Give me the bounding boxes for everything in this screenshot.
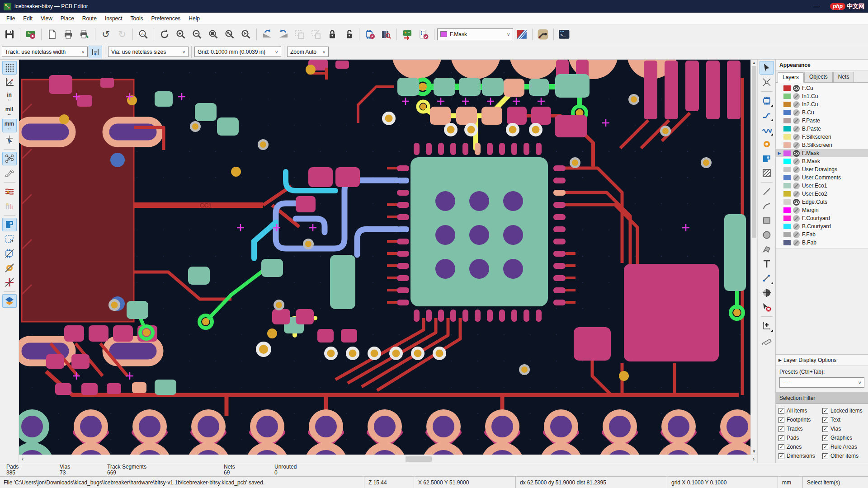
grid-select[interactable]: Grid: 0.1000 mm (0.0039 in) ˅ (194, 47, 281, 57)
layer-row-user.eco1[interactable]: User.Eco1 (776, 182, 868, 190)
checkbox-icon[interactable]: ✓ (778, 444, 784, 450)
curved-ratsnest-button[interactable] (2, 166, 17, 180)
horizontal-scrollbar-thumb[interactable] (406, 456, 432, 462)
layer-row-f.fab[interactable]: F.Fab (776, 230, 868, 239)
place-footprint-tool[interactable] (760, 94, 774, 108)
ratsnest-toggle-button[interactable] (2, 152, 17, 165)
eye-hidden-icon[interactable] (793, 215, 800, 222)
menu-file[interactable]: File (3, 14, 19, 23)
drill-origin-tool[interactable] (760, 286, 774, 300)
lock-button[interactable] (325, 27, 340, 42)
route-diff-pair-tool[interactable] (760, 123, 774, 136)
menu-help[interactable]: Help (185, 14, 203, 23)
layer-color-swatch[interactable] (783, 175, 791, 180)
tab-objects[interactable]: Objects (804, 72, 833, 82)
checkbox-icon[interactable]: ✓ (822, 435, 828, 441)
checkbox-icon[interactable]: ✓ (822, 408, 828, 414)
plot-button[interactable] (77, 27, 92, 42)
menu-preferences[interactable]: Preferences (148, 14, 184, 23)
scroll-up-icon[interactable]: ▲ (751, 61, 757, 65)
eye-hidden-icon[interactable] (793, 134, 800, 141)
track-width-select[interactable]: Track: use netclass width ˅ (2, 47, 88, 57)
high-contrast-mode-button[interactable] (2, 294, 17, 308)
refresh-button[interactable] (157, 27, 172, 42)
zone-fill-mode-button[interactable] (2, 218, 17, 231)
filter-other-items[interactable]: ✓Other items (822, 453, 865, 459)
undo-button[interactable]: ↺ (98, 27, 113, 42)
draw-arc-tool[interactable] (760, 199, 774, 213)
pcb-canvas[interactable]: CC1 (19, 60, 750, 455)
eye-visible-icon[interactable] (793, 150, 800, 157)
vertical-scrollbar[interactable]: ▲ ▼ (750, 60, 757, 455)
checkbox-icon[interactable]: ✓ (822, 453, 828, 459)
filter-rule-areas[interactable]: ✓Rule Areas (822, 444, 865, 450)
layer-row-b.cu[interactable]: B.Cu (776, 108, 868, 117)
layer-selector[interactable]: F.Mask ˅ (437, 28, 513, 40)
add-text-tool[interactable] (760, 257, 774, 271)
presets-select[interactable]: ----- ˅ (779, 377, 864, 388)
footprint-browser-button[interactable] (378, 27, 394, 42)
draw-rule-area-tool[interactable] (760, 166, 774, 180)
track-outline-mode-button[interactable] (2, 276, 17, 289)
via-size-select[interactable]: Via: use netclass sizes ˅ (108, 47, 189, 57)
interactive-router-button[interactable] (535, 27, 551, 42)
eye-hidden-icon[interactable] (793, 117, 800, 124)
draw-circle-tool[interactable] (760, 228, 774, 242)
page-settings-button[interactable] (44, 27, 60, 42)
layer-color-swatch[interactable] (783, 216, 791, 221)
layer-color-swatch[interactable] (783, 183, 791, 188)
delete-tool[interactable] (760, 300, 774, 314)
drc-button[interactable] (416, 27, 431, 42)
pad-outline-mode-button[interactable] (2, 261, 17, 275)
checkbox-icon[interactable]: ✓ (778, 417, 784, 423)
minimize-button[interactable]: — (808, 3, 824, 10)
checkbox-icon[interactable]: ✓ (822, 444, 828, 450)
layer-pair-indicator[interactable] (514, 27, 529, 42)
layer-color-swatch[interactable] (783, 102, 791, 107)
add-dimension-tool[interactable] (760, 272, 774, 285)
ungroup-button[interactable] (308, 27, 324, 42)
eye-hidden-icon[interactable] (793, 126, 800, 132)
grid-toggle-button[interactable] (2, 61, 17, 75)
eye-hidden-icon[interactable] (793, 223, 800, 230)
filter-graphics[interactable]: ✓Graphics (822, 435, 865, 441)
zoom-out-button[interactable] (189, 27, 205, 42)
local-ratsnest-tool[interactable] (760, 75, 774, 89)
filter-footprints[interactable]: ✓Footprints (778, 417, 821, 423)
checkbox-icon[interactable]: ✓ (778, 408, 784, 414)
layer-color-swatch[interactable] (783, 134, 791, 140)
draw-polygon-tool[interactable] (760, 243, 774, 256)
layer-color-swatch[interactable] (783, 240, 791, 245)
layer-row-in1.cu[interactable]: In1.Cu (776, 92, 868, 100)
layer-row-margin[interactable]: Margin (776, 206, 868, 214)
board-setup-button[interactable] (23, 27, 38, 42)
layer-row-f.silkscreen[interactable]: F.Silkscreen (776, 133, 868, 141)
zoom-in-button[interactable] (173, 27, 189, 42)
eye-hidden-icon[interactable] (793, 109, 800, 116)
menu-tools[interactable]: Tools (127, 14, 147, 23)
checkbox-icon[interactable]: ✓ (822, 417, 828, 423)
checkbox-icon[interactable]: ✓ (778, 453, 784, 459)
unlock-button[interactable] (341, 27, 356, 42)
eye-hidden-icon[interactable] (793, 158, 800, 165)
zoom-objects-button[interactable] (222, 27, 237, 42)
group-button[interactable] (292, 27, 307, 42)
layer-color-swatch[interactable] (783, 191, 791, 197)
scroll-left-icon[interactable]: ‹ (19, 456, 26, 462)
filter-locked-items[interactable]: ✓Locked items (822, 408, 865, 414)
layer-color-swatch[interactable] (783, 94, 791, 99)
layer-row-user.eco2[interactable]: User.Eco2 (776, 190, 868, 198)
vertical-scrollbar-thumb[interactable] (752, 66, 756, 238)
checkbox-icon[interactable]: ✓ (778, 426, 784, 432)
scripting-console-button[interactable]: >_ (557, 27, 572, 42)
units-mm-button[interactable]: mm (2, 119, 17, 132)
eye-hidden-icon[interactable] (793, 191, 800, 197)
menu-route[interactable]: Route (79, 14, 100, 23)
layer-row-f.mask[interactable]: ▶F.Mask (776, 149, 868, 157)
layer-row-b.paste[interactable]: B.Paste (776, 125, 868, 133)
place-via-tool[interactable] (760, 137, 774, 151)
redo-button[interactable]: ↻ (114, 27, 130, 42)
filter-vias[interactable]: ✓Vias (822, 426, 865, 432)
layer-color-swatch[interactable] (783, 224, 791, 229)
layer-row-b.silkscreen[interactable]: B.Silkscreen (776, 141, 868, 149)
